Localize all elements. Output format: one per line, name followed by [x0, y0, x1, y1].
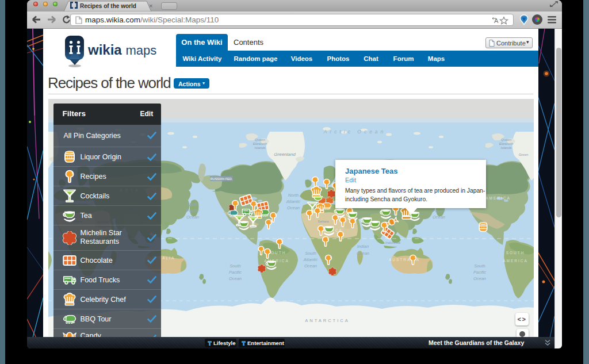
- svg-text:South: South: [474, 263, 485, 269]
- svg-text:Elizabeth: Elizabeth: [253, 142, 267, 145]
- svg-text:Ocean: Ocean: [287, 205, 300, 210]
- svg-text:Green: Green: [519, 153, 529, 156]
- svg-text:Pacific: Pacific: [186, 208, 199, 213]
- svg-text:Atlantic: Atlantic: [303, 257, 318, 262]
- svg-text:Pacific: Pacific: [473, 270, 486, 275]
- svg-text:South: South: [230, 263, 241, 269]
- svg-text:Arctic Ocean: Arctic Ocean: [323, 129, 387, 135]
- svg-text:Ocean: Ocean: [357, 251, 369, 256]
- svg-text:Queen: Queen: [255, 138, 266, 141]
- svg-text:Atlantic: Atlantic: [286, 199, 301, 204]
- svg-text:Queen: Queen: [501, 138, 512, 141]
- svg-text:South: South: [305, 251, 316, 256]
- svg-text:RUSSIAN FED.: RUSSIAN FED.: [211, 177, 233, 181]
- svg-text:Ocean: Ocean: [304, 263, 317, 269]
- svg-text:AMERICA: AMERICA: [503, 259, 528, 263]
- svg-text:Ocean: Ocean: [229, 276, 242, 281]
- svg-text:RALIA: RALIA: [159, 256, 175, 260]
- svg-text:Pacific: Pacific: [229, 270, 242, 275]
- svg-text:Ocean: Ocean: [473, 276, 486, 281]
- svg-text:Indian: Indian: [357, 244, 369, 249]
- svg-text:Indonesia: Indonesia: [385, 241, 401, 244]
- svg-text:Islands: Islands: [254, 146, 265, 150]
- svg-text:SOUTH: SOUTH: [506, 251, 525, 255]
- svg-text:AMERICA: AMERICA: [485, 196, 511, 200]
- svg-text:Pacific: Pacific: [433, 208, 445, 213]
- svg-text:Greenland: Greenland: [274, 152, 296, 157]
- svg-text:Ocean: Ocean: [433, 214, 445, 220]
- svg-text:Sahara: Sahara: [318, 220, 329, 223]
- svg-text:Islands: Islands: [500, 146, 511, 150]
- svg-text:North: North: [288, 193, 299, 198]
- svg-text:ANTARCTICA: ANTARCTICA: [305, 318, 349, 323]
- svg-text:Ocean: Ocean: [186, 214, 199, 220]
- svg-text:North: North: [188, 202, 198, 207]
- svg-text:Elizabeth: Elizabeth: [499, 142, 514, 145]
